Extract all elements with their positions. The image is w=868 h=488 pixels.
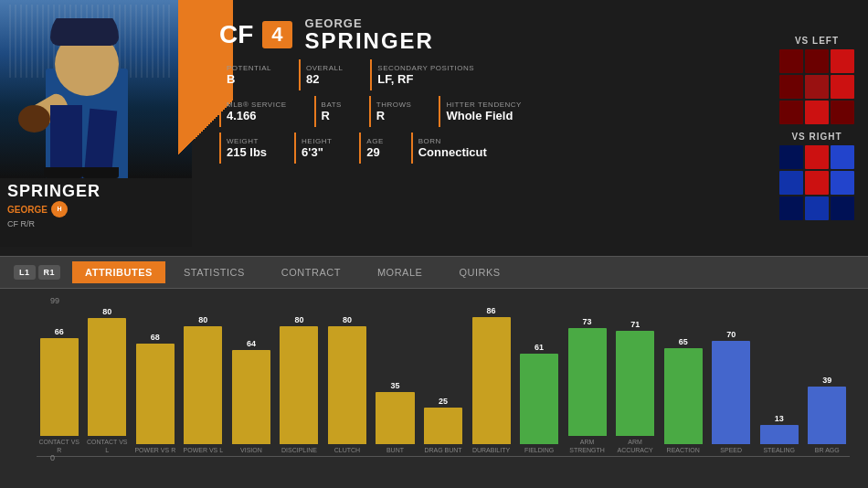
bar-rect — [376, 392, 414, 444]
bar-group: 70SPEED — [708, 330, 754, 454]
bar-label: FIELDING — [524, 447, 554, 454]
bar-value: 86 — [487, 306, 496, 315]
bar-value: 80 — [198, 315, 207, 324]
bats-label: BATS — [322, 101, 342, 109]
bar-label: POWER VS L — [184, 447, 224, 454]
zone-cell — [805, 171, 829, 195]
bar-group: 39BR AGG — [805, 376, 851, 454]
mlb-service-label: MLB® SERVICE — [227, 101, 287, 109]
bar-group: 73ARM STRENGTH — [565, 317, 610, 454]
bar-group: 80POWER VS L — [181, 315, 227, 454]
age-label: AGE — [366, 137, 383, 145]
tab-contract[interactable]: CONTRACT — [263, 261, 359, 283]
player-full-name: GEORGE SPRINGER — [305, 16, 434, 52]
born-label: BORN — [418, 137, 487, 145]
zone-cell — [831, 49, 854, 73]
stat-overall: OVERALL 82 — [299, 59, 356, 90]
bar-label: VISION — [240, 447, 262, 454]
bar-rect — [520, 354, 558, 444]
bar-label: REACTION — [667, 447, 700, 454]
secondary-pos-label: SECONDARY POSITIONS — [377, 64, 474, 72]
zone-cell — [805, 49, 829, 73]
r1-button[interactable]: R1 — [38, 265, 61, 280]
stat-age: AGE 29 — [359, 133, 397, 164]
tab-morale[interactable]: MORALE — [359, 261, 440, 283]
bar-value: 70 — [726, 330, 736, 339]
throws-value: R — [376, 109, 412, 122]
bar-group: 64VISION — [228, 339, 274, 454]
bar-value: 66 — [55, 327, 64, 336]
mlb-service-value: 4.166 — [227, 109, 287, 122]
top-section: SPRINGER GEORGE H CF R/R CF 4 GEORGE SPR… — [0, 0, 868, 256]
team-logo: H — [51, 201, 68, 217]
nav-tabs: L1 R1 ATTRIBUTES STATISTICS CONTRACT MOR… — [0, 256, 868, 289]
bar-group: 35BUNT — [373, 381, 418, 454]
secondary-pos-value: LF, RF — [377, 72, 474, 86]
bar-value: 68 — [151, 333, 160, 342]
age-value: 29 — [366, 145, 383, 159]
player-card-info: SPRINGER GEORGE H CF R/R — [0, 178, 192, 247]
bar-group: 66CONTACT VS R — [37, 327, 82, 454]
zone-cell — [831, 145, 854, 169]
bar-value: 73 — [583, 317, 592, 326]
hitter-tendency-value: Whole Field — [446, 109, 521, 122]
l1-button[interactable]: L1 — [14, 265, 36, 280]
zone-cell — [779, 75, 803, 99]
bar-value: 80 — [294, 315, 303, 324]
zone-charts: VS LEFT VS RIGHT — [775, 0, 868, 256]
bar-value: 25 — [439, 397, 448, 406]
bar-group: 71ARM ACCURACY — [612, 320, 658, 454]
bar-label: STEALING — [763, 447, 795, 454]
stat-weight: WEIGHT 215 lbs — [219, 133, 281, 164]
bar-label: ARM ACCURACY — [615, 439, 656, 454]
position-label: CF — [219, 20, 253, 49]
tab-attributes[interactable]: ATTRIBUTES — [72, 261, 165, 283]
vs-right-grid — [779, 145, 854, 220]
bar-rect — [616, 331, 654, 436]
bar-rect — [664, 348, 703, 444]
bar-label: BR AGG — [815, 447, 840, 454]
bar-value: 65 — [679, 337, 688, 346]
card-first-name: GEORGE — [7, 205, 48, 215]
vs-left-zone: VS LEFT — [779, 36, 854, 124]
bar-group: 61FIELDING — [516, 343, 562, 454]
stat-throws: THROWS R — [369, 96, 426, 127]
bar-rect — [712, 341, 750, 444]
bar-rect — [232, 350, 270, 444]
chart-bars: 66CONTACT VS R80CONTACT VS L68POWER VS R… — [37, 296, 850, 456]
nav-buttons: L1 R1 — [14, 265, 63, 280]
bar-label: CONTACT VS L — [87, 439, 128, 454]
card-last-name: SPRINGER — [7, 182, 185, 201]
bar-rect — [472, 317, 511, 444]
stat-secondary-pos: SECONDARY POSITIONS LF, RF — [370, 59, 488, 90]
bar-group: 80DISCIPLINE — [277, 315, 323, 454]
bar-rect — [328, 326, 366, 444]
tab-quirks[interactable]: QUIRKS — [440, 261, 518, 283]
zone-cell — [831, 75, 854, 99]
position-row: CF 4 GEORGE SPRINGER — [219, 16, 757, 52]
bar-label: CLUTCH — [334, 447, 360, 454]
chart-baseline — [37, 456, 850, 457]
jersey-number: 4 — [262, 21, 291, 48]
stat-mlb-service: MLB® SERVICE 4.166 — [219, 96, 301, 127]
bar-label: SPEED — [720, 447, 742, 454]
bar-group: 80CONTACT VS L — [85, 307, 131, 454]
zone-cell — [831, 171, 854, 195]
bar-rect — [88, 318, 126, 436]
team-position: CF R/R — [7, 219, 185, 228]
bar-label: BUNT — [386, 447, 404, 454]
height-label: HEIGHT — [302, 137, 332, 145]
bar-label: DRAG BUNT — [424, 447, 461, 454]
bar-value: 71 — [630, 320, 640, 329]
zone-cell — [779, 196, 803, 220]
zone-cell — [805, 75, 829, 99]
zone-cell — [831, 101, 854, 124]
bar-value: 64 — [247, 339, 256, 348]
bar-label: ARM STRENGTH — [566, 439, 608, 454]
bar-value: 61 — [535, 343, 544, 352]
tab-statistics[interactable]: STATISTICS — [165, 261, 263, 283]
bar-label: DISCIPLINE — [281, 447, 317, 454]
player-last-name: SPRINGER — [305, 30, 434, 52]
bar-value: 39 — [822, 376, 831, 385]
overall-value: 82 — [306, 72, 343, 86]
